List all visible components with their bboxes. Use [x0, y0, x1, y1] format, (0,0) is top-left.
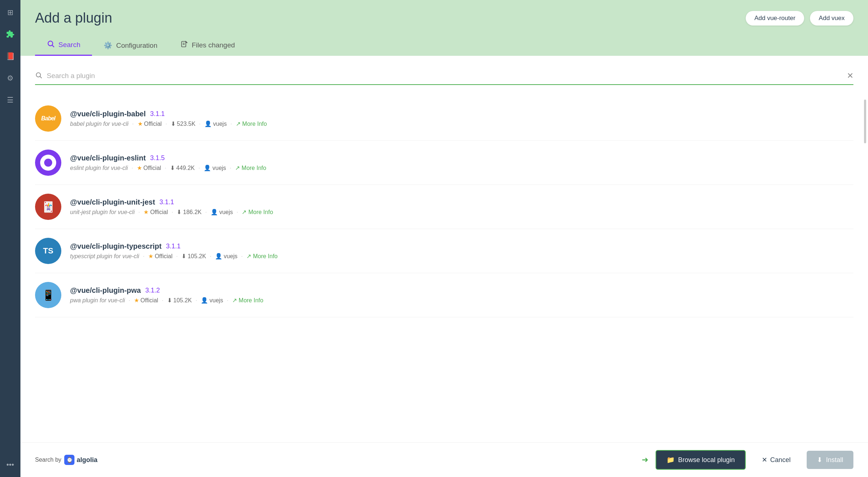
plugin-info-typescript: @vue/cli-plugin-typescript 3.1.1 typescr… — [70, 242, 278, 260]
plugin-name-babel: @vue/cli-plugin-babel — [70, 110, 146, 118]
plugin-desc-typescript: typescript plugin for vue-cli — [70, 253, 139, 260]
plugin-meta-jest: unit-jest plugin for vue-cli · ★ Officia… — [70, 209, 273, 216]
downloads-jest: ⬇ 186.2K — [177, 209, 201, 216]
external-link-icon-eslint: ↗ — [235, 164, 240, 171]
sidebar: ⊞ 📕 ⚙ ☰ ••• — [0, 0, 20, 477]
vuejs-badge-eslint: 👤 vuejs — [204, 164, 226, 171]
more-info-babel[interactable]: ↗ More Info — [236, 120, 267, 127]
browse-local-plugin-button[interactable]: 📁 Browse local plugin — [656, 450, 746, 470]
plugin-list: Babel @vue/cli-plugin-babel 3.1.1 babel … — [35, 97, 853, 317]
official-badge-pwa: ★ Official — [134, 297, 158, 304]
external-link-icon-babel: ↗ — [236, 120, 241, 127]
plugin-item-jest: 🃏 @vue/cli-plugin-unit-jest 3.1.1 unit-j… — [35, 185, 853, 229]
tab-search[interactable]: Search — [35, 35, 92, 56]
plugin-logo-eslint — [35, 150, 61, 176]
cancel-icon: ✕ — [762, 456, 767, 464]
scrollbar[interactable] — [864, 92, 867, 439]
more-info-typescript[interactable]: ↗ More Info — [246, 253, 278, 260]
config-tab-icon: ⚙️ — [104, 41, 112, 50]
browse-arrow-icon: ➜ — [642, 455, 648, 465]
downloads-typescript: ⬇ 105.2K — [181, 253, 206, 260]
search-bar: ✕ — [35, 67, 853, 85]
page-title: Add a plugin — [35, 10, 112, 26]
plugin-logo-typescript: TS — [35, 238, 61, 264]
plugin-meta-eslint: eslint plugin for vue-cli · ★ Official ·… — [70, 164, 266, 171]
official-badge-jest: ★ Official — [143, 209, 168, 216]
plugin-name-eslint: @vue/cli-plugin-eslint — [70, 154, 146, 162]
search-tab-icon — [47, 40, 55, 50]
plugin-info-eslint: @vue/cli-plugin-eslint 3.1.5 eslint plug… — [70, 154, 266, 171]
tab-search-label: Search — [58, 41, 80, 49]
external-link-icon-pwa: ↗ — [232, 297, 237, 304]
grid-icon[interactable]: ⊞ — [4, 6, 17, 19]
plugin-version-typescript: 3.1.1 — [166, 243, 181, 250]
user-icon-eslint: 👤 — [204, 164, 211, 171]
install-icon: ⬇ — [817, 456, 822, 464]
tab-files-changed[interactable]: Files changed — [169, 35, 246, 56]
plugin-info-pwa: @vue/cli-plugin-pwa 3.1.2 pwa plugin for… — [70, 286, 263, 304]
plugin-logo-jest: 🃏 — [35, 194, 61, 220]
downloads-pwa: ⬇ 105.2K — [167, 297, 192, 304]
plugin-info-babel: @vue/cli-plugin-babel 3.1.1 babel plugin… — [70, 110, 267, 127]
algolia-icon: ⌚ — [64, 455, 74, 465]
star-icon-babel: ★ — [138, 120, 143, 127]
puzzle-icon[interactable] — [4, 28, 17, 41]
plugin-logo-babel: Babel — [35, 105, 61, 132]
vuejs-badge-typescript: 👤 vuejs — [215, 253, 237, 260]
main-content: Add a plugin Add vue-router Add vuex Sea… — [20, 0, 868, 477]
tab-configuration[interactable]: ⚙️ Configuration — [92, 36, 169, 56]
download-icon-pwa: ⬇ — [167, 297, 172, 304]
tab-configuration-label: Configuration — [116, 42, 157, 50]
install-button[interactable]: ⬇ Install — [807, 451, 853, 469]
svg-line-1 — [52, 45, 54, 47]
content-area: ✕ Babel @vue/cli-plugin-babel 3.1.1 babe… — [20, 56, 868, 442]
plugin-desc-jest: unit-jest plugin for vue-cli — [70, 209, 135, 216]
plugin-name-jest: @vue/cli-plugin-unit-jest — [70, 198, 155, 206]
svg-point-0 — [48, 41, 53, 46]
downloads-babel: ⬇ 523.5K — [171, 120, 196, 127]
plugin-meta-pwa: pwa plugin for vue-cli · ★ Official · ⬇ … — [70, 297, 263, 304]
more-info-jest[interactable]: ↗ More Info — [242, 209, 273, 216]
algolia-credit: Search by ⌚ algolia — [35, 455, 97, 465]
add-vue-router-button[interactable]: Add vue-router — [746, 11, 804, 26]
plugin-desc-babel: babel plugin for vue-cli — [70, 121, 128, 127]
plugin-desc-pwa: pwa plugin for vue-cli — [70, 297, 125, 304]
external-link-icon-typescript: ↗ — [246, 253, 251, 260]
official-badge-eslint: ★ Official — [137, 164, 161, 171]
official-badge-typescript: ★ Official — [148, 253, 173, 260]
footer-actions: ➜ 📁 Browse local plugin ✕ Cancel ⬇ Insta… — [642, 450, 853, 470]
more-info-eslint[interactable]: ↗ More Info — [235, 164, 266, 171]
plugin-name-pwa: @vue/cli-plugin-pwa — [70, 286, 141, 295]
plugin-item-eslint: @vue/cli-plugin-eslint 3.1.5 eslint plug… — [35, 141, 853, 185]
search-clear-button[interactable]: ✕ — [847, 71, 853, 81]
downloads-eslint: ⬇ 449.2K — [170, 164, 195, 171]
download-icon-eslint: ⬇ — [170, 164, 175, 171]
svg-point-5 — [36, 73, 41, 77]
download-icon-babel: ⬇ — [171, 120, 176, 127]
star-icon-typescript: ★ — [148, 253, 153, 260]
download-icon-typescript: ⬇ — [181, 253, 186, 260]
svg-line-6 — [40, 76, 42, 78]
plugin-item-pwa: 📱 @vue/cli-plugin-pwa 3.1.2 pwa plugin f… — [35, 273, 853, 317]
list-icon[interactable]: ☰ — [4, 93, 17, 106]
search-input[interactable] — [47, 72, 842, 80]
book-icon[interactable]: 📕 — [4, 50, 17, 63]
more-info-pwa[interactable]: ↗ More Info — [232, 297, 264, 304]
user-icon-typescript: 👤 — [215, 253, 222, 260]
folder-icon: 📁 — [667, 456, 675, 464]
footer: Search by ⌚ algolia ➜ 📁 Browse local plu… — [20, 442, 868, 477]
user-icon-babel: 👤 — [204, 120, 212, 127]
plugin-item-babel: Babel @vue/cli-plugin-babel 3.1.1 babel … — [35, 97, 853, 141]
user-icon-pwa: 👤 — [201, 297, 208, 304]
add-vuex-button[interactable]: Add vuex — [810, 11, 853, 26]
plugin-version-babel: 3.1.1 — [150, 110, 165, 118]
gear-icon[interactable]: ⚙ — [4, 71, 17, 85]
search-icon — [35, 71, 42, 81]
plugin-version-jest: 3.1.1 — [160, 198, 174, 206]
star-icon-pwa: ★ — [134, 297, 139, 304]
vuejs-badge-jest: 👤 vuejs — [211, 209, 233, 216]
plugin-version-pwa: 3.1.2 — [145, 287, 160, 294]
plugin-name-typescript: @vue/cli-plugin-typescript — [70, 242, 162, 251]
more-options-icon[interactable]: ••• — [4, 458, 17, 471]
cancel-button[interactable]: ✕ Cancel — [752, 451, 801, 469]
